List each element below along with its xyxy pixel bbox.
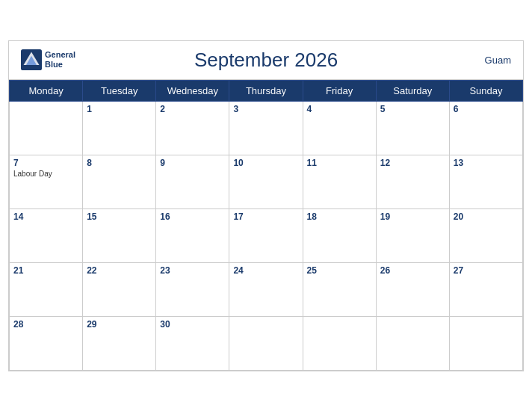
day-number: 21 — [13, 265, 78, 276]
calendar-cell: 14 — [10, 208, 83, 262]
week-row-3: 14151617181920 — [10, 208, 523, 262]
month-title: September 2026 — [194, 49, 338, 72]
day-number: 26 — [380, 265, 445, 276]
weekday-header-saturday: Saturday — [376, 80, 449, 101]
day-number: 12 — [380, 158, 445, 168]
day-number: 4 — [307, 104, 372, 114]
day-number: 10 — [233, 158, 298, 168]
day-number: 3 — [233, 104, 298, 114]
day-number: 8 — [87, 158, 152, 168]
calendar-cell: 26 — [376, 262, 449, 316]
day-number: 28 — [13, 319, 78, 330]
calendar-cell: 25 — [303, 262, 376, 316]
day-number: 13 — [454, 158, 519, 168]
weekday-header-row: MondayTuesdayWednesdayThursdayFridaySatu… — [10, 80, 523, 101]
day-number: 27 — [454, 265, 519, 276]
day-number: 23 — [160, 265, 225, 276]
logo: General Blue — [21, 49, 75, 70]
day-number: 24 — [233, 265, 298, 276]
week-row-2: 7Labour Day8910111213 — [10, 155, 523, 208]
calendar-cell — [376, 316, 449, 370]
calendar-cell: 2 — [156, 101, 229, 155]
calendar-cell: 9 — [156, 155, 229, 208]
day-number: 2 — [160, 104, 225, 114]
calendar-cell: 28 — [10, 316, 83, 370]
calendar-cell: 6 — [449, 101, 522, 155]
week-row-1: 123456 — [10, 101, 523, 155]
calendar-cell: 12 — [376, 155, 449, 208]
weekday-header-thursday: Thursday — [229, 80, 303, 101]
day-number: 22 — [87, 265, 152, 276]
day-number: 9 — [160, 158, 225, 168]
day-number: 19 — [380, 211, 445, 222]
calendar-cell: 17 — [229, 208, 303, 262]
calendar-table: MondayTuesdayWednesdayThursdayFridaySatu… — [9, 80, 523, 371]
calendar-cell: 21 — [10, 262, 83, 316]
weekday-header-monday: Monday — [10, 80, 83, 101]
calendar-cell: 23 — [156, 262, 229, 316]
logo-icon — [21, 49, 42, 70]
day-number: 17 — [233, 211, 298, 222]
day-number: 16 — [160, 211, 225, 222]
calendar-cell: 22 — [83, 262, 156, 316]
calendar-cell: 5 — [376, 101, 449, 155]
calendar-cell: 3 — [229, 101, 303, 155]
day-number: 18 — [307, 211, 372, 222]
day-number: 5 — [380, 104, 445, 114]
day-number: 1 — [87, 104, 152, 114]
holiday-label: Labour Day — [13, 170, 78, 178]
calendar-cell: 15 — [83, 208, 156, 262]
calendar-cell — [229, 316, 303, 370]
calendar-cell: 29 — [83, 316, 156, 370]
calendar-cell: 11 — [303, 155, 376, 208]
weekday-header-wednesday: Wednesday — [156, 80, 229, 101]
day-number: 14 — [13, 211, 78, 222]
calendar-cell: 27 — [449, 262, 522, 316]
calendar-cell: 30 — [156, 316, 229, 370]
day-number: 25 — [307, 265, 372, 276]
calendar-cell: 4 — [303, 101, 376, 155]
day-number: 20 — [454, 211, 519, 222]
day-number: 15 — [87, 211, 152, 222]
week-row-5: 282930 — [10, 316, 523, 370]
day-number: 11 — [307, 158, 372, 168]
calendar-cell: 24 — [229, 262, 303, 316]
week-row-4: 21222324252627 — [10, 262, 523, 316]
calendar-cell: 1 — [83, 101, 156, 155]
calendar-cell — [303, 316, 376, 370]
day-number: 30 — [160, 319, 225, 330]
weekday-header-tuesday: Tuesday — [83, 80, 156, 101]
logo-text: General Blue — [45, 50, 75, 69]
calendar-cell: 8 — [83, 155, 156, 208]
calendar-cell: 7Labour Day — [10, 155, 83, 208]
weekday-header-friday: Friday — [303, 80, 376, 101]
calendar: General Blue September 2026 Guam MondayT… — [8, 40, 524, 371]
calendar-cell: 18 — [303, 208, 376, 262]
calendar-cell: 20 — [449, 208, 522, 262]
weekday-header-sunday: Sunday — [449, 80, 522, 101]
calendar-header: General Blue September 2026 Guam — [9, 41, 523, 80]
day-number: 7 — [13, 158, 78, 168]
calendar-cell: 13 — [449, 155, 522, 208]
calendar-cell: 10 — [229, 155, 303, 208]
day-number: 29 — [87, 319, 152, 330]
day-number: 6 — [454, 104, 519, 114]
region-label: Guam — [485, 55, 511, 66]
calendar-cell — [449, 316, 522, 370]
calendar-cell — [10, 101, 83, 155]
calendar-cell: 19 — [376, 208, 449, 262]
calendar-cell: 16 — [156, 208, 229, 262]
